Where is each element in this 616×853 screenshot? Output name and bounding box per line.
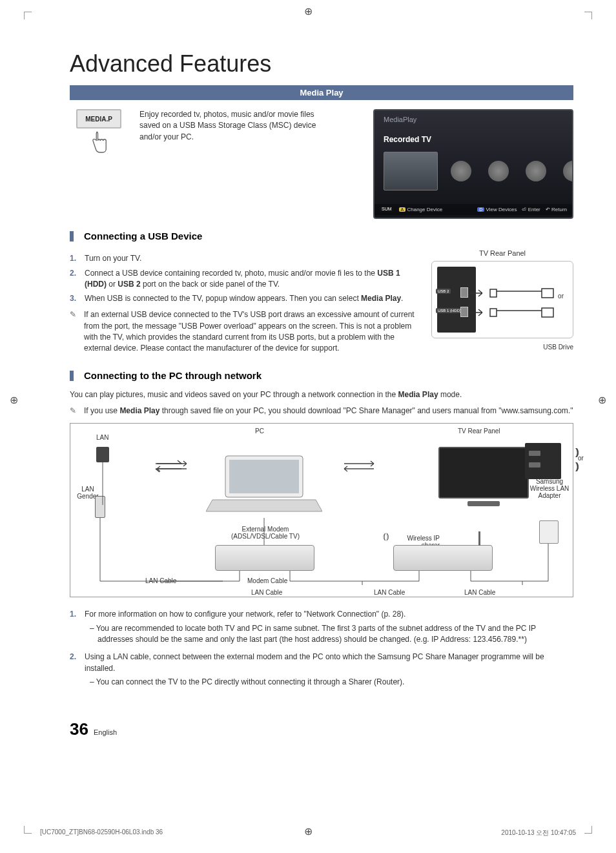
registration-mark-icon: ⊕ xyxy=(598,394,606,406)
osd-return: Return xyxy=(551,207,567,212)
or-label: or xyxy=(558,293,564,300)
tv-rear-port-icon xyxy=(525,443,561,479)
wifi-waves-icon: ))) xyxy=(575,447,577,457)
usb-note: ✎ If an external USB device connected to… xyxy=(70,309,416,355)
wall-jack-icon xyxy=(96,447,109,462)
usb1-label: USB 1 (HDD) xyxy=(436,308,463,313)
osd-music-icon xyxy=(526,161,546,181)
remote-button-illustration: MEDIA.P xyxy=(70,109,128,219)
usb-drive-label: USB Drive xyxy=(431,344,573,351)
osd-thumbnail xyxy=(384,152,438,190)
rear-panel-diagram: USB 2 USB 1 (HDD) or xyxy=(431,261,573,338)
lan-cable-label-3: LAN Cable xyxy=(374,589,405,596)
page-footer: 36 English xyxy=(70,719,573,739)
page-title: Advanced Features xyxy=(70,50,573,77)
pc-label: PC xyxy=(255,427,264,435)
usb-step-3: When USB is connected to the TV, popup w… xyxy=(85,293,403,304)
registration-mark-icon: ⊕ xyxy=(10,394,18,406)
tv-rear-label: TV Rear Panel xyxy=(458,427,500,435)
wifi-icon: ⦅⦆ xyxy=(383,531,389,542)
print-timestamp: 2010-10-13 오전 10:47:05 xyxy=(501,828,576,838)
tv-icon xyxy=(438,447,529,511)
osd-change-device: Change Device xyxy=(407,207,442,212)
usb-heading: Connecting a USB Device xyxy=(70,231,573,242)
lan-cable-label: LAN Cable xyxy=(145,577,176,584)
osd-sum-label: SUM xyxy=(380,207,394,212)
rear-panel-title: TV Rear Panel xyxy=(431,249,573,257)
modem-icon xyxy=(215,545,314,571)
lan-cable-label-4: LAN Cable xyxy=(464,589,495,596)
pc-note: ✎ If you use Media Play through saved fi… xyxy=(70,406,573,416)
print-filename: [UC7000_ZT]BN68-02590H-06L03.indb 36 xyxy=(40,828,163,838)
lan-cable-label-2: LAN Cable xyxy=(251,589,282,596)
pc-step-2: Using a LAN cable, connect between the e… xyxy=(85,652,544,672)
pc-step-1: For more information on how to configure… xyxy=(85,610,406,619)
registration-mark-icon: ⊕ xyxy=(304,5,313,17)
router-icon xyxy=(393,545,493,571)
lan-label: LAN xyxy=(96,434,108,441)
modem-label: External Modem(ADSL/VDSL/Cable TV) xyxy=(220,526,311,540)
usb-step-1: Turn on your TV. xyxy=(85,253,141,264)
network-diagram: LAN LAN Gender PC External Modem(ADSL/VD… xyxy=(70,423,573,597)
section-header: Media Play xyxy=(70,85,573,100)
osd-settings-icon xyxy=(563,161,573,181)
osd-title: MediaPlay xyxy=(384,116,416,123)
note-icon: ✎ xyxy=(70,309,80,320)
page-number: 36 xyxy=(70,719,88,739)
usb-cable-icon xyxy=(471,287,555,299)
osd-icon-row xyxy=(451,161,573,181)
bidirectional-arrow-icon xyxy=(154,460,193,473)
usb-note-text: If an external USB device connected to t… xyxy=(84,309,416,355)
laptop-icon xyxy=(206,453,322,518)
osd-view-devices: View Devices xyxy=(486,207,517,212)
pc-intro: You can play pictures, music and videos … xyxy=(70,389,573,400)
usb-cable-icon xyxy=(471,307,555,318)
or-label-2: or xyxy=(578,455,584,462)
osd-subtitle: Recorded TV xyxy=(384,135,431,144)
media-p-button: MEDIA.P xyxy=(76,109,121,128)
print-footer: [UC7000_ZT]BN68-02590H-06L03.indb 36 201… xyxy=(40,828,576,838)
osd-enter: Enter xyxy=(528,207,540,212)
pc-note-text: If you use Media Play through saved file… xyxy=(84,406,573,416)
pointing-hand-icon xyxy=(89,131,108,154)
wireless-adapter-label: Samsung Wireless LAN Adapter xyxy=(529,478,570,499)
osd-footer: SUM A Change Device D View Devices ⏎ Ent… xyxy=(375,204,572,215)
usb-steps: 1.Turn on your TV. 2.Connect a USB devic… xyxy=(70,253,416,304)
svg-rect-1 xyxy=(229,460,299,493)
usb2-label: USB 2 xyxy=(436,289,451,294)
note-icon: ✎ xyxy=(70,406,80,416)
pc-heading: Connecting to the PC through network xyxy=(70,370,573,381)
media-play-osd-screenshot: MediaPlay Recorded TV SUM A Change Devic… xyxy=(373,109,573,219)
wall-port-icon xyxy=(539,520,559,544)
osd-photo-icon xyxy=(488,161,509,181)
osd-video-icon xyxy=(451,161,471,181)
usb-step-2: Connect a USB device containing recorded… xyxy=(85,268,416,290)
bidirectional-arrow-icon xyxy=(342,460,380,473)
lan-gender-icon xyxy=(95,496,105,518)
modem-cable-label: Modem Cable xyxy=(247,577,287,584)
wifi-waves-icon: ))) xyxy=(575,461,577,471)
pc-final-steps: 1. For more information on how to config… xyxy=(70,609,573,690)
media-play-description: Enjoy recorded tv, photos, music and/or … xyxy=(139,109,320,219)
pc-step-1-sub: – You are recommended to locate both TV … xyxy=(85,623,573,646)
pc-step-2-sub: – You can connect the TV to the PC direc… xyxy=(85,677,573,688)
page-language: English xyxy=(94,728,117,736)
